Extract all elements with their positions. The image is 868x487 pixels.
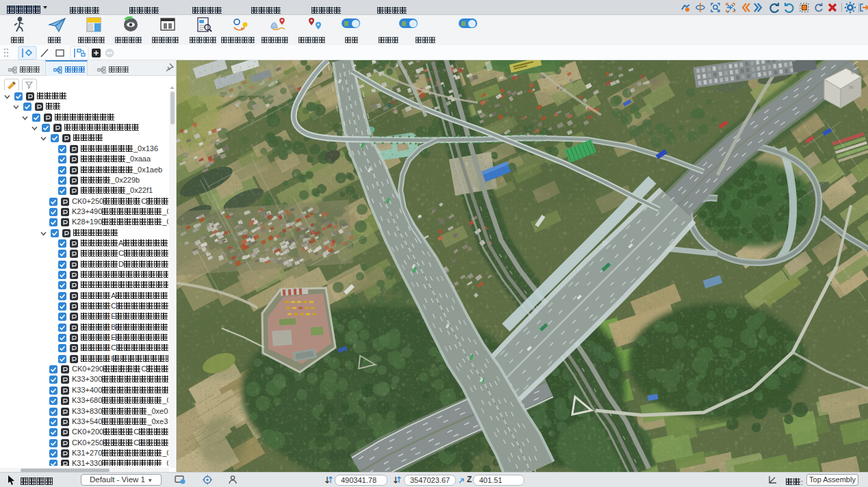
svg-text:N: N — [851, 70, 854, 75]
svg-text:W: W — [849, 85, 854, 90]
